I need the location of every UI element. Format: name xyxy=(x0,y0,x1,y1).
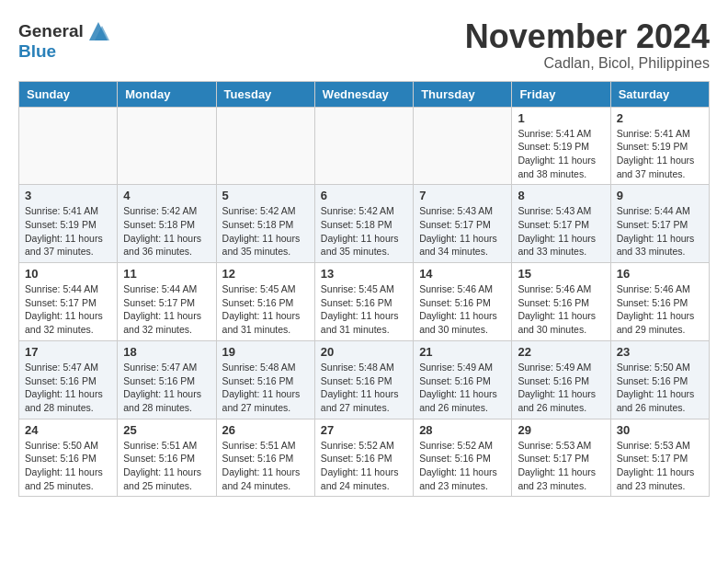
calendar-cell xyxy=(118,107,216,185)
calendar-cell: 3Sunrise: 5:41 AM Sunset: 5:19 PM Daylig… xyxy=(19,185,118,263)
calendar-cell: 20Sunrise: 5:48 AM Sunset: 5:16 PM Dayli… xyxy=(314,340,413,419)
day-number: 26 xyxy=(222,423,309,437)
day-number: 27 xyxy=(321,423,407,437)
calendar-cell xyxy=(314,107,413,185)
day-number: 22 xyxy=(518,345,604,359)
day-number: 11 xyxy=(123,267,210,281)
day-number: 6 xyxy=(321,189,407,202)
day-number: 3 xyxy=(25,189,111,202)
calendar-cell: 17Sunrise: 5:47 AM Sunset: 5:16 PM Dayli… xyxy=(19,340,118,419)
logo-icon xyxy=(85,18,111,44)
calendar-cell: 1Sunrise: 5:41 AM Sunset: 5:19 PM Daylig… xyxy=(512,107,610,185)
day-info: Sunrise: 5:43 AM Sunset: 5:17 PM Dayligh… xyxy=(518,204,604,259)
calendar-cell: 13Sunrise: 5:45 AM Sunset: 5:16 PM Dayli… xyxy=(314,263,413,341)
day-number: 1 xyxy=(518,111,604,125)
calendar-cell: 2Sunrise: 5:41 AM Sunset: 5:19 PM Daylig… xyxy=(610,107,709,185)
calendar-cell xyxy=(216,107,314,185)
col-header-tuesday: Tuesday xyxy=(216,81,314,107)
day-number: 21 xyxy=(419,345,506,359)
day-number: 20 xyxy=(321,345,407,359)
day-number: 2 xyxy=(617,111,703,125)
day-info: Sunrise: 5:46 AM Sunset: 5:16 PM Dayligh… xyxy=(617,282,703,337)
week-row-5: 24Sunrise: 5:50 AM Sunset: 5:16 PM Dayli… xyxy=(19,419,710,497)
col-header-sunday: Sunday xyxy=(19,81,118,107)
day-number: 30 xyxy=(617,423,703,437)
calendar-cell: 15Sunrise: 5:46 AM Sunset: 5:16 PM Dayli… xyxy=(512,263,610,341)
calendar-cell: 5Sunrise: 5:42 AM Sunset: 5:18 PM Daylig… xyxy=(216,185,314,263)
calendar-cell xyxy=(19,107,118,185)
col-header-friday: Friday xyxy=(512,81,610,107)
day-info: Sunrise: 5:44 AM Sunset: 5:17 PM Dayligh… xyxy=(617,204,703,259)
calendar-cell: 4Sunrise: 5:42 AM Sunset: 5:18 PM Daylig… xyxy=(118,185,216,263)
day-info: Sunrise: 5:42 AM Sunset: 5:18 PM Dayligh… xyxy=(123,204,210,259)
header: General Blue November 2024 Cadlan, Bicol… xyxy=(18,18,710,72)
day-info: Sunrise: 5:48 AM Sunset: 5:16 PM Dayligh… xyxy=(222,361,309,415)
day-number: 8 xyxy=(518,189,604,202)
day-info: Sunrise: 5:49 AM Sunset: 5:16 PM Dayligh… xyxy=(518,361,604,415)
calendar-header-row: SundayMondayTuesdayWednesdayThursdayFrid… xyxy=(19,81,710,107)
day-info: Sunrise: 5:44 AM Sunset: 5:17 PM Dayligh… xyxy=(25,282,111,337)
day-info: Sunrise: 5:42 AM Sunset: 5:18 PM Dayligh… xyxy=(222,204,309,259)
day-number: 24 xyxy=(25,423,111,437)
day-number: 17 xyxy=(25,345,111,359)
calendar-cell: 23Sunrise: 5:50 AM Sunset: 5:16 PM Dayli… xyxy=(610,340,709,419)
calendar-table: SundayMondayTuesdayWednesdayThursdayFrid… xyxy=(18,81,710,498)
day-number: 23 xyxy=(617,345,703,359)
day-number: 10 xyxy=(25,267,111,281)
day-number: 4 xyxy=(123,189,210,202)
week-row-2: 3Sunrise: 5:41 AM Sunset: 5:19 PM Daylig… xyxy=(19,185,710,263)
calendar-cell: 18Sunrise: 5:47 AM Sunset: 5:16 PM Dayli… xyxy=(118,340,216,419)
day-number: 12 xyxy=(222,267,309,281)
calendar-cell: 11Sunrise: 5:44 AM Sunset: 5:17 PM Dayli… xyxy=(118,263,216,341)
calendar-cell: 24Sunrise: 5:50 AM Sunset: 5:16 PM Dayli… xyxy=(19,419,118,497)
day-info: Sunrise: 5:45 AM Sunset: 5:16 PM Dayligh… xyxy=(222,282,309,337)
day-info: Sunrise: 5:41 AM Sunset: 5:19 PM Dayligh… xyxy=(518,127,604,181)
calendar-cell: 12Sunrise: 5:45 AM Sunset: 5:16 PM Dayli… xyxy=(216,263,314,341)
day-number: 7 xyxy=(419,189,506,202)
week-row-1: 1Sunrise: 5:41 AM Sunset: 5:19 PM Daylig… xyxy=(19,107,710,185)
day-info: Sunrise: 5:51 AM Sunset: 5:16 PM Dayligh… xyxy=(123,439,210,493)
day-number: 18 xyxy=(123,345,210,359)
day-number: 28 xyxy=(419,423,506,437)
day-info: Sunrise: 5:46 AM Sunset: 5:16 PM Dayligh… xyxy=(518,282,604,337)
day-info: Sunrise: 5:41 AM Sunset: 5:19 PM Dayligh… xyxy=(25,204,111,259)
day-info: Sunrise: 5:50 AM Sunset: 5:16 PM Dayligh… xyxy=(25,439,111,493)
calendar-cell: 21Sunrise: 5:49 AM Sunset: 5:16 PM Dayli… xyxy=(414,340,512,419)
col-header-saturday: Saturday xyxy=(610,81,709,107)
day-info: Sunrise: 5:52 AM Sunset: 5:16 PM Dayligh… xyxy=(419,439,506,493)
day-info: Sunrise: 5:44 AM Sunset: 5:17 PM Dayligh… xyxy=(123,282,210,337)
day-number: 15 xyxy=(518,267,604,281)
page: General Blue November 2024 Cadlan, Bicol… xyxy=(0,0,728,506)
day-info: Sunrise: 5:51 AM Sunset: 5:16 PM Dayligh… xyxy=(222,439,309,493)
day-number: 14 xyxy=(419,267,506,281)
calendar-cell: 7Sunrise: 5:43 AM Sunset: 5:17 PM Daylig… xyxy=(414,185,512,263)
logo: General Blue xyxy=(18,18,111,62)
col-header-thursday: Thursday xyxy=(414,81,512,107)
col-header-wednesday: Wednesday xyxy=(314,81,413,107)
col-header-monday: Monday xyxy=(118,81,216,107)
week-row-3: 10Sunrise: 5:44 AM Sunset: 5:17 PM Dayli… xyxy=(19,263,710,341)
calendar-cell: 19Sunrise: 5:48 AM Sunset: 5:16 PM Dayli… xyxy=(216,340,314,419)
logo-blue: Blue xyxy=(18,42,111,62)
day-info: Sunrise: 5:50 AM Sunset: 5:16 PM Dayligh… xyxy=(617,361,703,415)
day-number: 16 xyxy=(617,267,703,281)
day-number: 13 xyxy=(321,267,407,281)
calendar-cell: 25Sunrise: 5:51 AM Sunset: 5:16 PM Dayli… xyxy=(118,419,216,497)
calendar-cell: 14Sunrise: 5:46 AM Sunset: 5:16 PM Dayli… xyxy=(414,263,512,341)
day-info: Sunrise: 5:45 AM Sunset: 5:16 PM Dayligh… xyxy=(321,282,407,337)
sub-title: Cadlan, Bicol, Philippines xyxy=(465,55,710,72)
calendar-cell: 8Sunrise: 5:43 AM Sunset: 5:17 PM Daylig… xyxy=(512,185,610,263)
day-info: Sunrise: 5:46 AM Sunset: 5:16 PM Dayligh… xyxy=(419,282,506,337)
calendar-cell: 28Sunrise: 5:52 AM Sunset: 5:16 PM Dayli… xyxy=(414,419,512,497)
calendar-cell: 27Sunrise: 5:52 AM Sunset: 5:16 PM Dayli… xyxy=(314,419,413,497)
day-info: Sunrise: 5:53 AM Sunset: 5:17 PM Dayligh… xyxy=(518,439,604,493)
logo-general: General xyxy=(18,22,84,41)
day-info: Sunrise: 5:52 AM Sunset: 5:16 PM Dayligh… xyxy=(321,439,407,493)
main-title: November 2024 xyxy=(465,18,710,55)
day-info: Sunrise: 5:47 AM Sunset: 5:16 PM Dayligh… xyxy=(123,361,210,415)
day-info: Sunrise: 5:42 AM Sunset: 5:18 PM Dayligh… xyxy=(321,204,407,259)
calendar-cell: 29Sunrise: 5:53 AM Sunset: 5:17 PM Dayli… xyxy=(512,419,610,497)
day-info: Sunrise: 5:43 AM Sunset: 5:17 PM Dayligh… xyxy=(419,204,506,259)
day-info: Sunrise: 5:49 AM Sunset: 5:16 PM Dayligh… xyxy=(419,361,506,415)
calendar-cell: 22Sunrise: 5:49 AM Sunset: 5:16 PM Dayli… xyxy=(512,340,610,419)
